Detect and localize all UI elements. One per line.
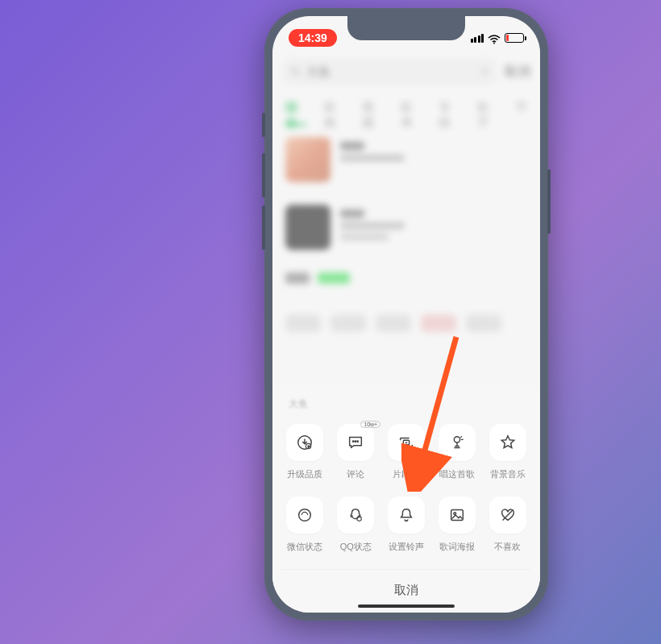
svg-point-2 <box>493 43 495 44</box>
cellular-signal-icon <box>471 34 484 43</box>
action-sheet: 大鱼 升级品质 10w+ 评论 片段 <box>272 383 540 613</box>
comment-button[interactable]: 10w+ 评论 <box>336 424 376 480</box>
action-label: 不喜欢 <box>494 541 521 553</box>
svg-rect-12 <box>451 510 463 521</box>
sheet-cancel-button[interactable]: 取消 <box>282 569 530 606</box>
action-row-2: 微信状态 QQ状态 设置铃声 歌词海报 <box>282 497 530 553</box>
action-label: 升级品质 <box>287 468 322 480</box>
dislike-button[interactable]: 不喜欢 <box>488 497 527 553</box>
lyric-poster-button[interactable]: 歌词海报 <box>437 497 476 553</box>
clip-icon <box>397 434 415 451</box>
bell-icon <box>397 506 415 524</box>
action-label: QQ状态 <box>340 541 372 553</box>
phone-frame: 大鱼 × 取消 综合 歌曲 视频 歌单 专辑 歌手 节 <box>264 8 548 621</box>
sheet-song-title: 大鱼 <box>282 397 530 424</box>
power-button <box>547 169 551 234</box>
wechat-status-button[interactable]: 微信状态 <box>285 497 325 553</box>
action-label: 唱这首歌 <box>439 468 475 480</box>
qq-status-button[interactable]: QQ状态 <box>336 497 376 553</box>
home-indicator[interactable] <box>358 605 455 608</box>
svg-point-6 <box>355 441 355 442</box>
recording-time-pill[interactable]: 14:39 <box>289 29 337 47</box>
wechat-status-icon <box>296 506 314 524</box>
download-hq-icon <box>296 434 314 451</box>
star-icon <box>499 434 517 451</box>
action-label: 设置铃声 <box>389 541 424 553</box>
sing-button[interactable]: 唱这首歌 <box>437 424 476 480</box>
svg-point-9 <box>454 437 459 442</box>
action-row-1: 升级品质 10w+ 评论 片段分 <box>282 424 530 480</box>
ringtone-button[interactable]: 设置铃声 <box>387 497 426 553</box>
qq-status-icon <box>347 506 364 524</box>
svg-point-5 <box>353 441 354 442</box>
svg-point-7 <box>357 441 358 442</box>
mute-switch <box>262 113 265 137</box>
upgrade-quality-button[interactable]: 升级品质 <box>285 424 325 480</box>
svg-point-11 <box>357 517 362 521</box>
clip-share-button[interactable]: 片段分 <box>387 424 426 480</box>
action-label: 歌词海报 <box>439 541 475 553</box>
phone-screen: 大鱼 × 取消 综合 歌曲 视频 歌单 专辑 歌手 节 <box>272 16 540 613</box>
notch <box>347 16 465 40</box>
comment-count-badge: 10w+ <box>360 421 380 428</box>
comment-icon <box>347 434 364 451</box>
battery-icon <box>505 33 524 43</box>
bgm-button[interactable]: 背景音乐 <box>488 424 527 480</box>
wifi-icon <box>488 33 501 43</box>
action-label: 微信状态 <box>287 541 322 553</box>
volume-down-button <box>262 206 265 250</box>
action-label: 片段分 <box>393 468 419 480</box>
action-label: 评论 <box>347 468 364 480</box>
image-icon <box>448 506 466 524</box>
heart-slash-icon <box>499 506 517 524</box>
microphone-icon <box>448 434 466 451</box>
volume-up-button <box>262 153 265 197</box>
action-label: 背景音乐 <box>490 468 526 480</box>
svg-point-10 <box>299 509 311 521</box>
